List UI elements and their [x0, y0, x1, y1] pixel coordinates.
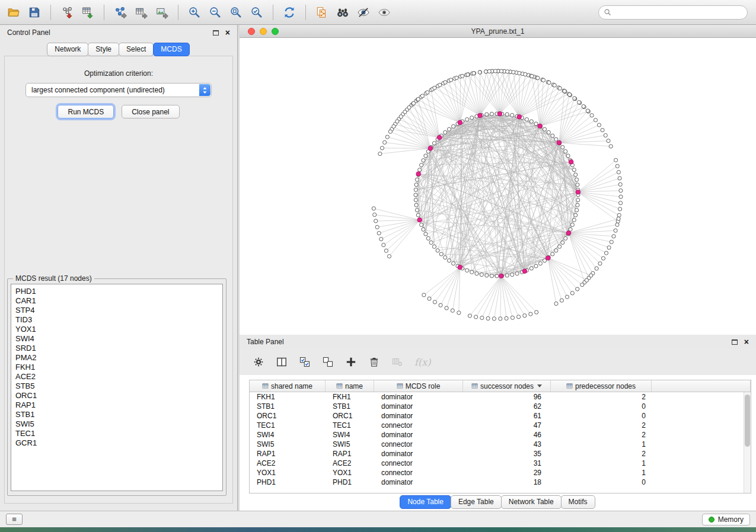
optimization-criterion-dropdown[interactable]: largest connected component (undirected) [25, 83, 212, 97]
network-canvas[interactable] [240, 38, 756, 335]
import-table-button[interactable] [79, 4, 97, 21]
list-item[interactable]: STB1 [15, 410, 222, 419]
list-item[interactable]: CAR1 [15, 296, 222, 306]
add-row-button[interactable] [345, 356, 357, 368]
table-row[interactable]: RAP1RAP1dominator352 [250, 449, 751, 459]
unselect-all-rows-button[interactable] [322, 356, 334, 368]
list-item[interactable]: STB5 [15, 382, 222, 391]
list-item[interactable]: SWI5 [15, 419, 222, 429]
table-row[interactable]: PHD1PHD1dominator180 [250, 477, 751, 487]
close-panel-button[interactable]: Close panel [122, 105, 179, 118]
table-cell: 1 [551, 469, 652, 477]
refresh-view-button[interactable] [280, 4, 298, 21]
open-session-button[interactable] [5, 4, 23, 21]
list-item[interactable]: ACE2 [15, 372, 222, 382]
hide-column-icon [391, 356, 403, 368]
list-item[interactable]: STP4 [15, 306, 222, 315]
zoom-window-button[interactable] [272, 28, 279, 35]
export-table-button[interactable] [132, 4, 150, 21]
list-item[interactable]: SWI4 [15, 334, 222, 344]
column-header-predecessor-nodes[interactable]: predecessor nodes [551, 380, 652, 392]
tab-style[interactable]: Style [88, 43, 119, 56]
column-header-name[interactable]: name [326, 380, 374, 392]
column-header-successor-nodes[interactable]: successor nodes [463, 380, 551, 392]
table-cell: connector [374, 421, 463, 430]
column-header-shared-name[interactable]: shared name [250, 380, 326, 392]
close-window-button[interactable] [248, 28, 255, 35]
float-table-panel-icon[interactable] [732, 339, 738, 345]
zoom-in-icon [188, 6, 201, 19]
zoom-in-button[interactable] [186, 4, 203, 21]
table-cell: 47 [463, 421, 551, 430]
table-cell: 35 [463, 450, 551, 458]
export-image-button[interactable] [153, 4, 171, 21]
table-scrollbar[interactable] [744, 392, 751, 493]
run-mcds-button[interactable]: Run MCDS [58, 105, 114, 118]
list-item[interactable]: TID3 [15, 315, 222, 325]
list-item[interactable]: ORC1 [15, 391, 222, 400]
table-row[interactable]: SWI5SWI5connector431 [250, 440, 751, 449]
table-cell: 1 [551, 459, 652, 467]
gear-button[interactable] [253, 356, 264, 368]
tab-network[interactable]: Network [47, 43, 88, 56]
mcds-actions: Run MCDS Close panel [5, 105, 232, 118]
minimize-window-button[interactable] [260, 28, 267, 35]
tab-edge-table[interactable]: Edge Table [451, 495, 502, 509]
list-item[interactable]: FKH1 [15, 363, 222, 372]
close-table-panel-icon[interactable]: × [744, 338, 749, 346]
search-input[interactable] [612, 8, 742, 17]
table-row[interactable]: FKH1FKH1dominator962 [250, 392, 751, 402]
zoom-fit-button[interactable] [227, 4, 245, 21]
zoom-out-button[interactable] [206, 4, 224, 21]
function-builder-button[interactable]: f(x) [414, 357, 430, 368]
table-cell: dominator [374, 431, 463, 439]
network-window-titlebar[interactable]: YPA_prune.txt_1 [240, 25, 756, 38]
column-header-mcds-role[interactable]: MCDS role [374, 380, 463, 392]
delete-row-button[interactable] [368, 356, 380, 368]
find-button[interactable] [334, 4, 352, 21]
scrollbar-thumb[interactable] [745, 395, 750, 447]
menu-button[interactable]: ≡ [6, 514, 23, 525]
float-panel-icon[interactable] [213, 30, 219, 36]
tab-network-table[interactable]: Network Table [501, 495, 562, 509]
close-panel-icon[interactable]: × [225, 28, 230, 37]
list-item[interactable]: SRD1 [15, 344, 222, 353]
table-row[interactable]: ORC1ORC1dominator610 [250, 411, 751, 421]
table-cell: SWI5 [250, 440, 326, 448]
list-item[interactable]: RAP1 [15, 400, 222, 410]
hide-column-button[interactable] [391, 356, 403, 368]
column-header-filler [652, 380, 751, 392]
export-network-button[interactable] [111, 4, 129, 21]
memory-button[interactable]: Memory [702, 514, 750, 525]
show-graphics-details-button[interactable] [355, 4, 372, 21]
table-cell: 96 [463, 393, 551, 401]
tab-motifs[interactable]: Motifs [561, 495, 595, 509]
list-item[interactable]: PMA2 [15, 353, 222, 363]
save-session-button[interactable] [25, 4, 43, 21]
tab-mcds[interactable]: MCDS [153, 43, 189, 56]
columns-button[interactable] [276, 356, 288, 368]
import-network-button[interactable] [58, 4, 76, 21]
table-row[interactable]: YOX1YOX1connector291 [250, 468, 751, 477]
list-item[interactable]: TEC1 [15, 429, 222, 438]
list-item[interactable]: GCR1 [15, 438, 222, 448]
memory-status-icon [709, 517, 714, 523]
table-cell: 0 [551, 402, 652, 411]
clone-network-button[interactable] [313, 4, 331, 21]
select-all-rows-button[interactable] [299, 356, 311, 368]
table-row[interactable]: STB1STB1dominator620 [250, 402, 751, 411]
memory-label: Memory [718, 515, 744, 524]
tab-select[interactable]: Select [119, 43, 154, 56]
table-row[interactable]: SWI4SWI4dominator462 [250, 430, 751, 440]
table-cell: 2 [551, 431, 652, 439]
list-item[interactable]: PHD1 [15, 287, 222, 296]
list-item[interactable]: YOX1 [15, 325, 222, 334]
search-box[interactable] [598, 5, 748, 20]
mini-table-icon [566, 383, 573, 389]
optimization-criterion-label: Optimization criterion: [5, 69, 232, 78]
birdseye-view-button[interactable] [375, 4, 393, 21]
tab-node-table[interactable]: Node Table [400, 495, 451, 509]
table-row[interactable]: ACE2ACE2connector311 [250, 459, 751, 468]
zoom-selected-button[interactable] [248, 4, 266, 21]
table-row[interactable]: TEC1TEC1connector472 [250, 421, 751, 430]
